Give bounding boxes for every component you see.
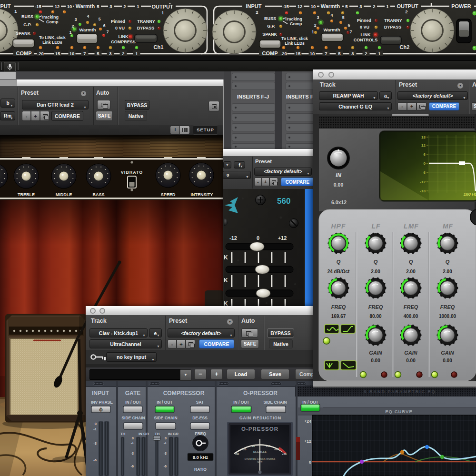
- svg-text:5: 5: [97, 51, 99, 56]
- svg-text:400.00: 400.00: [404, 314, 418, 319]
- svg-text:LMF: LMF: [404, 222, 419, 230]
- svg-text:-12: -12: [420, 180, 426, 184]
- svg-text:24 dB/Oct: 24 dB/Oct: [327, 269, 350, 274]
- svg-text:ϕ: ϕ: [99, 407, 103, 412]
- svg-text:K: K: [224, 277, 228, 284]
- svg-text:1: 1: [312, 30, 314, 34]
- svg-text:18: 18: [421, 135, 426, 139]
- svg-text:SIDE CHAIN: SIDE CHAIN: [121, 416, 145, 420]
- svg-text:Pinned: Pinned: [357, 18, 371, 23]
- svg-text:GAIN: GAIN: [369, 350, 383, 356]
- svg-text:K: K: [224, 254, 228, 261]
- svg-text:0.00: 0.00: [406, 358, 416, 363]
- svg-text:COMP: COMP: [262, 50, 278, 56]
- svg-text:0 VU: 0 VU: [115, 26, 125, 30]
- svg-text:-6: -6: [164, 465, 167, 468]
- svg-text:-20: -20: [37, 51, 44, 56]
- svg-text:1: 1: [14, 9, 17, 14]
- svg-text:1: 1: [378, 51, 381, 56]
- svg-text:560: 560: [277, 197, 290, 206]
- svg-text:IN: IN: [336, 172, 341, 178]
- svg-text:+30: +30: [282, 453, 287, 456]
- svg-text:IN GR: IN GR: [168, 432, 178, 436]
- svg-text:GAIN: GAIN: [441, 350, 455, 356]
- svg-text:9 BAND PARAMETRIC EQ: 9 BAND PARAMETRIC EQ: [364, 389, 436, 394]
- svg-text:GAIN: GAIN: [404, 350, 418, 356]
- svg-text:OUTPUT: OUTPUT: [151, 4, 173, 10]
- svg-text:80.00: 80.00: [369, 314, 381, 319]
- svg-text:HPF: HPF: [331, 222, 346, 230]
- svg-text:10: 10: [310, 51, 315, 56]
- svg-text:10: 10: [67, 4, 72, 9]
- svg-text:0: 0: [132, 436, 134, 440]
- svg-text:SPANK: SPANK: [16, 31, 30, 36]
- svg-text:Tracking: Tracking: [285, 17, 302, 21]
- svg-text:INV PHASE: INV PHASE: [91, 400, 113, 405]
- svg-text:-6: -6: [93, 458, 97, 462]
- svg-text:G.P.: G.P.: [23, 22, 31, 27]
- svg-text:2.00: 2.00: [406, 269, 416, 274]
- svg-text:IN / OUT: IN / OUT: [157, 400, 173, 405]
- svg-text:+12: +12: [278, 235, 287, 241]
- svg-text:8.0 kHz: 8.0 kHz: [193, 455, 208, 460]
- svg-text:LINK: LINK: [361, 32, 371, 37]
- svg-text:BYPASS: BYPASS: [384, 25, 401, 30]
- svg-text:2: 2: [405, 9, 407, 14]
- svg-text:INPUT: INPUT: [0, 3, 11, 9]
- svg-text:2: 2: [256, 10, 258, 15]
- svg-text:POWER: POWER: [451, 3, 471, 9]
- svg-text:Warmth: Warmth: [79, 27, 96, 32]
- svg-text:12: 12: [421, 143, 426, 148]
- svg-text:Link LEDs: Link LEDs: [42, 40, 62, 45]
- svg-text:12: 12: [298, 4, 303, 9]
- svg-text:SPANK: SPANK: [262, 32, 277, 37]
- svg-text:12: 12: [55, 4, 60, 9]
- svg-text:5: 5: [338, 51, 341, 56]
- svg-text:15: 15: [55, 51, 60, 56]
- svg-text:10: 10: [69, 51, 75, 56]
- svg-text:TH: TH: [120, 432, 126, 436]
- svg-text:10: 10: [311, 4, 316, 9]
- svg-text:0.00: 0.00: [443, 358, 452, 363]
- svg-text:BUSS: BUSS: [21, 14, 33, 19]
- svg-text:COMPRESSOR: COMPRESSOR: [163, 390, 205, 397]
- svg-text:0: 0: [424, 161, 426, 166]
- svg-text:TH: TH: [155, 432, 160, 436]
- svg-text:-20: -20: [280, 51, 287, 56]
- svg-text:Q: Q: [337, 259, 341, 265]
- svg-text:EQ CURVE: EQ CURVE: [385, 409, 412, 414]
- svg-text:5: 5: [345, 4, 348, 9]
- svg-text:1: 1: [69, 30, 72, 35]
- svg-text:+10: +10: [266, 445, 271, 447]
- svg-text:1: 1: [386, 4, 389, 9]
- svg-text:2: 2: [314, 23, 317, 28]
- svg-text:IN / OUT: IN / OUT: [125, 400, 141, 405]
- svg-text:OUTPUT: OUTPUT: [397, 3, 418, 9]
- svg-text:1: 1: [135, 51, 138, 56]
- svg-text:7: 7: [325, 51, 327, 56]
- svg-text:169.67: 169.67: [331, 314, 346, 319]
- svg-text:3: 3: [75, 17, 77, 22]
- svg-text:IN GR: IN GR: [139, 432, 149, 436]
- svg-text:INPUT: INPUT: [246, 3, 262, 9]
- svg-text:1: 1: [161, 10, 164, 15]
- svg-text:2.00: 2.00: [443, 269, 452, 274]
- svg-text:SIDE CHAIN: SIDE CHAIN: [154, 416, 177, 420]
- svg-text:5: 5: [342, 15, 345, 20]
- svg-text:-20: -20: [242, 448, 247, 451]
- svg-text:DE-ESS: DE-ESS: [192, 416, 208, 420]
- svg-text:0.00: 0.00: [371, 358, 380, 363]
- svg-text:0.00: 0.00: [334, 182, 344, 188]
- svg-text:-6: -6: [422, 170, 426, 175]
- svg-text:+12: +12: [304, 439, 311, 444]
- svg-text:Comp: Comp: [290, 21, 302, 26]
- svg-text:0: 0: [165, 436, 167, 440]
- svg-text:-10: -10: [251, 445, 255, 447]
- svg-text:4: 4: [331, 13, 333, 18]
- svg-text:IN / OUT: IN / OUT: [233, 400, 249, 405]
- svg-text:-1: -1: [93, 427, 97, 431]
- svg-text:GAIN REDUCTION: GAIN REDUCTION: [239, 416, 281, 420]
- svg-text:-12: -12: [229, 235, 237, 241]
- svg-text:2: 2: [365, 51, 367, 56]
- svg-text:2: 2: [122, 51, 124, 56]
